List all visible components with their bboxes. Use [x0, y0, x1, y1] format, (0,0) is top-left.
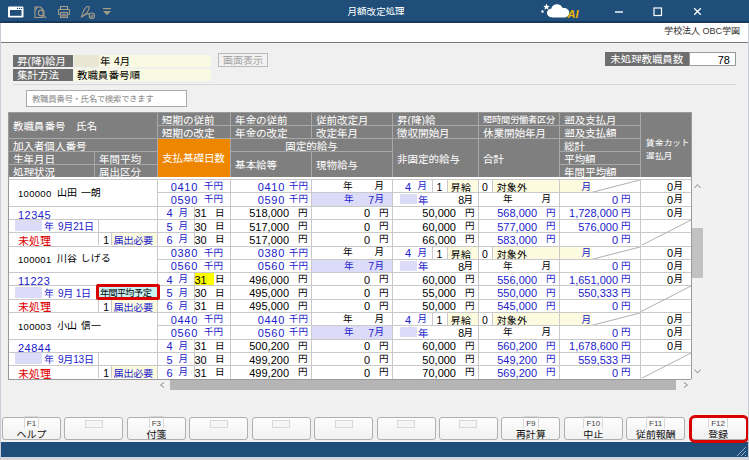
svg-text:AI: AI	[567, 8, 580, 20]
